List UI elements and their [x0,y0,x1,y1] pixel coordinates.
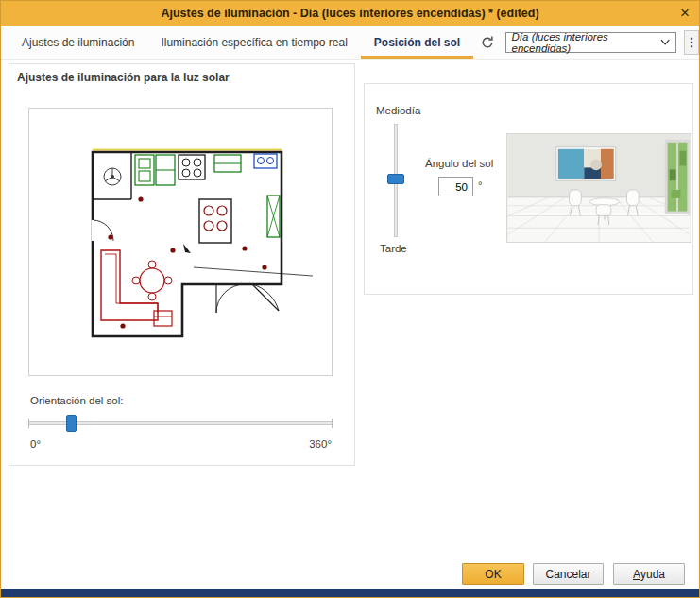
sun-orientation-max: 360° [309,438,332,450]
ok-button[interactable]: OK [462,563,524,585]
sun-angle-label: Ángulo del sol [425,158,493,169]
slider-tick-start [28,419,29,428]
sun-elevation-handle[interactable] [387,174,404,184]
tab-bar: Ajustes de iluminación Iluminación espec… [1,26,699,60]
lighting-settings-dialog: Ajustes de iluminación - Día (luces inte… [0,0,700,598]
lighting-preset-dropdown[interactable]: Día (luces interiores encendidas) [505,32,676,53]
refresh-icon [480,35,495,50]
sun-angle-input[interactable] [438,177,473,196]
close-icon[interactable]: × [671,1,699,26]
help-label-rest: yuda [640,568,665,581]
elevation-top-label: Mediodía [376,105,420,116]
lighting-preset-value: Día (luces interiores encendidas) [512,31,660,54]
sun-orientation-handle[interactable] [66,415,77,432]
sun-elevation-slider[interactable] [382,124,410,237]
more-options-button[interactable]: ⋮ [684,30,699,55]
tab-realtime-lighting[interactable]: Iluminación específica en tiempo real [147,26,360,59]
floor-plan-view [28,108,333,376]
cancel-button[interactable]: Cancelar [533,563,604,585]
sun-orientation-min: 0° [30,438,41,450]
sun-orientation-slider[interactable] [28,412,333,435]
window-title: Ajustes de iluminación - Día (luces inte… [161,7,538,20]
bottom-accent-strip [1,589,699,597]
help-button[interactable]: Ayuda [613,563,685,585]
sun-angle-unit: ° [478,179,483,191]
elevation-bottom-label: Tarde [380,243,407,254]
tab-sun-position[interactable]: Posición del sol [361,26,473,59]
help-mnemonic: A [633,568,640,581]
chevron-down-icon [660,39,670,45]
vertical-dots-icon: ⋮ [685,35,697,49]
render-preview-image [507,134,691,242]
sun-elevation-panel: Mediodía Tarde Ángulo del sol ° [364,83,693,295]
titlebar: Ajustes de iluminación - Día (luces inte… [1,1,699,26]
tab-lighting-settings[interactable]: Ajustes de iluminación [9,26,147,59]
sun-orientation-label: Orientación del sol: [30,395,123,406]
sunlight-settings-panel: Ajustes de iluminación para la luz solar [9,63,355,466]
render-preview [506,133,691,243]
floor-plan-image [29,109,332,375]
sunlight-settings-header: Ajustes de iluminación para la luz solar [17,71,230,84]
refresh-button[interactable] [477,31,497,54]
slider-tick-end [332,419,333,428]
